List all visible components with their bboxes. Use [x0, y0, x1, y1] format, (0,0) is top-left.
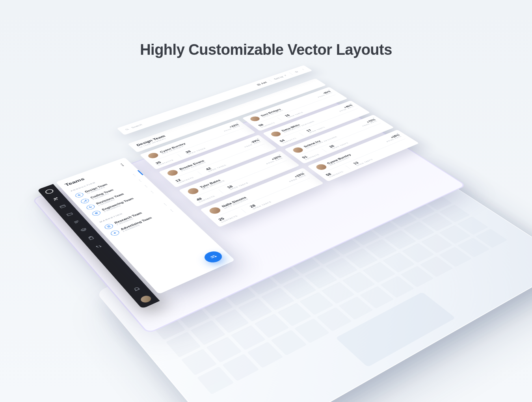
svg-line-22: [285, 75, 286, 76]
avatar: [208, 206, 223, 215]
svg-point-11: [100, 246, 101, 247]
search-placeholder: Search: [131, 123, 143, 128]
hero-title: Highly Customizable Vector Layouts: [0, 41, 532, 58]
more-icon[interactable]: ⋮: [138, 179, 142, 182]
more-icon[interactable]: ⋮: [150, 191, 154, 193]
team-badge-icon: ⚙: [91, 210, 102, 217]
svg-line-13: [212, 257, 214, 258]
svg-line-17: [128, 129, 129, 130]
svg-point-0: [54, 198, 56, 199]
settings-icon[interactable]: [93, 243, 104, 250]
avatar: [147, 152, 160, 159]
svg-line-21: [284, 75, 286, 75]
bell-icon[interactable]: [131, 285, 142, 293]
svg-point-16: [125, 128, 128, 130]
svg-line-4: [74, 220, 78, 222]
list-icon[interactable]: [72, 219, 82, 225]
teams-icon[interactable]: [51, 196, 61, 202]
svg-line-6: [75, 222, 78, 223]
scene-3d: Teams ⋮ PRODUCTION ✎ Design Team 15 MEMB…: [5, 112, 527, 402]
more-icon[interactable]: ⋮: [301, 69, 305, 71]
svg-marker-24: [294, 71, 298, 73]
layers-icon[interactable]: [79, 227, 89, 233]
more-icon[interactable]: ⋮: [169, 209, 174, 212]
folder-icon[interactable]: [65, 211, 74, 217]
svg-marker-7: [80, 228, 86, 231]
more-icon[interactable]: ⋮: [163, 203, 168, 205]
trackpad: [335, 292, 456, 367]
svg-rect-2: [60, 205, 66, 208]
sidebar-more-icon[interactable]: ⋮: [117, 162, 127, 168]
svg-line-5: [74, 221, 78, 223]
svg-point-1: [56, 197, 58, 198]
browser-icon[interactable]: [58, 203, 68, 209]
clipboard-icon[interactable]: [86, 235, 96, 241]
sort-button[interactable]: Sort by: [273, 74, 288, 80]
avatar: [291, 147, 305, 154]
avatar: [166, 169, 179, 177]
avatar: [186, 187, 200, 195]
user-avatar[interactable]: [139, 294, 153, 304]
logo-icon: [44, 188, 55, 195]
more-icon[interactable]: ⋮: [132, 174, 136, 176]
add-team-fab[interactable]: [201, 249, 225, 265]
add-button[interactable]: Add: [256, 81, 268, 86]
avatar: [314, 163, 329, 171]
avatar: [269, 130, 282, 137]
mockup-stage: Teams ⋮ PRODUCTION ✎ Design Team 15 MEMB…: [55, 83, 477, 390]
team-badge-icon: ✦: [109, 229, 121, 236]
star-icon[interactable]: [294, 71, 299, 73]
more-icon[interactable]: ⋮: [143, 185, 148, 188]
svg-point-10: [96, 246, 97, 247]
avatar: [249, 115, 261, 122]
